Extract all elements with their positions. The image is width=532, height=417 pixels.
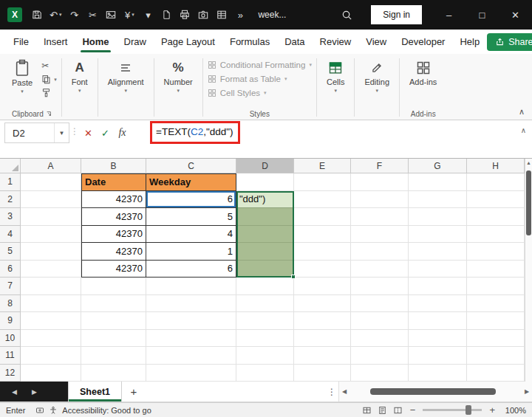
addins-button[interactable]: Add-ins: [404, 57, 442, 89]
copy-button[interactable]: ▾: [41, 75, 57, 84]
collapse-ribbon-icon[interactable]: ∧: [519, 107, 525, 117]
zoom-in-icon[interactable]: +: [489, 404, 495, 416]
search-icon[interactable]: [335, 10, 358, 21]
cell-D4[interactable]: [236, 226, 294, 244]
row-header-4[interactable]: 4: [0, 226, 21, 244]
menu-item-review[interactable]: Review: [313, 30, 359, 54]
cell-A6[interactable]: [21, 261, 81, 278]
menu-item-home[interactable]: Home: [75, 30, 116, 54]
cell-F8[interactable]: [351, 295, 409, 313]
cell-F7[interactable]: [351, 278, 409, 295]
cell-G6[interactable]: [409, 261, 467, 278]
cell-G12[interactable]: [409, 365, 467, 382]
save-icon[interactable]: [31, 8, 43, 21]
cells-button[interactable]: Cells ▾: [321, 57, 349, 97]
cell-A7[interactable]: [21, 278, 81, 295]
row-header-9[interactable]: 9: [0, 312, 21, 330]
row-header-1[interactable]: 1: [0, 173, 21, 191]
table-icon[interactable]: [216, 8, 228, 21]
zoom-slider[interactable]: [423, 409, 482, 411]
cell-C4[interactable]: 4: [146, 226, 236, 244]
cell-H10[interactable]: [467, 330, 525, 348]
cell-A9[interactable]: [21, 312, 81, 330]
cell-E9[interactable]: [294, 312, 351, 330]
cell-C8[interactable]: [146, 295, 236, 313]
font-button[interactable]: A Font ▾: [66, 57, 93, 97]
cell-H1[interactable]: [467, 173, 525, 191]
cell-D1[interactable]: [236, 173, 294, 191]
cell-C10[interactable]: [146, 330, 236, 348]
collapse-formula-bar-icon[interactable]: ∧: [521, 126, 526, 134]
cell-H11[interactable]: [467, 347, 525, 365]
cell-H6[interactable]: [467, 261, 525, 278]
cell-H8[interactable]: [467, 295, 525, 313]
row-header-2[interactable]: 2: [0, 191, 21, 209]
cell-B12[interactable]: [81, 365, 146, 382]
share-button[interactable]: Share: [487, 33, 532, 51]
scroll-up-icon[interactable]: ▲: [525, 160, 532, 165]
enter-icon[interactable]: ✓: [97, 123, 114, 143]
cell-E8[interactable]: [294, 295, 351, 313]
cell-F9[interactable]: [351, 312, 409, 330]
cell-B9[interactable]: [81, 312, 146, 330]
cell-A12[interactable]: [21, 365, 81, 382]
cell-B1[interactable]: Date: [81, 173, 146, 191]
cell-D3[interactable]: [236, 208, 294, 226]
row-header-10[interactable]: 10: [0, 330, 21, 348]
horizontal-scrollbar[interactable]: ◀ ▶: [338, 382, 532, 402]
page-layout-view-icon[interactable]: [378, 406, 387, 415]
menu-item-help[interactable]: Help: [452, 30, 487, 54]
menu-item-data[interactable]: Data: [277, 30, 312, 54]
cell-H5[interactable]: [467, 243, 525, 261]
column-header-C[interactable]: C: [146, 159, 236, 173]
cell-D7[interactable]: [236, 278, 294, 295]
cell-G10[interactable]: [409, 330, 467, 348]
cell-C11[interactable]: [146, 347, 236, 365]
zoom-slider-thumb[interactable]: [466, 405, 471, 415]
row-header-11[interactable]: 11: [0, 347, 21, 365]
column-header-F[interactable]: F: [351, 159, 409, 173]
cell-E11[interactable]: [294, 347, 351, 365]
cell-B10[interactable]: [81, 330, 146, 348]
cell-D11[interactable]: [236, 347, 294, 365]
cell-B5[interactable]: 42370: [81, 243, 146, 261]
previous-sheet-icon[interactable]: ◀: [12, 388, 17, 396]
cell-F3[interactable]: [351, 208, 409, 226]
document-title[interactable]: week...: [258, 10, 286, 20]
chevron-down-icon[interactable]: ▾: [142, 8, 154, 21]
cell-H2[interactable]: [467, 191, 525, 209]
cell-H7[interactable]: [467, 278, 525, 295]
cell-H4[interactable]: [467, 226, 525, 244]
scroll-right-icon[interactable]: ▶: [522, 388, 532, 395]
alignment-button[interactable]: Alignment ▾: [103, 57, 149, 97]
sheet-tab[interactable]: Sheet1: [68, 382, 122, 402]
picture-icon[interactable]: [105, 8, 117, 21]
undo-icon[interactable]: ↶▾: [50, 8, 61, 21]
cell-C6[interactable]: 6: [146, 261, 236, 278]
menu-item-view[interactable]: View: [358, 30, 394, 54]
cell-C9[interactable]: [146, 312, 236, 330]
cell-A8[interactable]: [21, 295, 81, 313]
cell-E3[interactable]: [294, 208, 351, 226]
cell-B3[interactable]: 42370: [81, 208, 146, 226]
number-button[interactable]: % Number ▾: [159, 57, 198, 97]
cell-B7[interactable]: [81, 278, 146, 295]
cell-D6[interactable]: [236, 261, 294, 278]
cut-icon[interactable]: ✂: [86, 8, 98, 21]
cell-E1[interactable]: [294, 173, 351, 191]
cell-D8[interactable]: [236, 295, 294, 313]
cell-A3[interactable]: [21, 208, 81, 226]
document-icon[interactable]: [160, 8, 172, 21]
cell-C5[interactable]: 1: [146, 243, 236, 261]
number-format-icon[interactable]: ¥▾: [123, 8, 135, 21]
cell-F12[interactable]: [351, 365, 409, 382]
styles-menu-item-conditional-formatting[interactable]: Conditional Formatting ▾: [208, 61, 312, 69]
row-header-7[interactable]: 7: [0, 278, 21, 295]
vertical-scrollbar-thumb[interactable]: [526, 170, 531, 235]
cell-G3[interactable]: [409, 208, 467, 226]
cell-D5[interactable]: [236, 243, 294, 261]
cell-D9[interactable]: [236, 312, 294, 330]
cell-C2[interactable]: 6: [146, 191, 236, 209]
cell-H3[interactable]: [467, 208, 525, 226]
cell-E5[interactable]: [294, 243, 351, 261]
